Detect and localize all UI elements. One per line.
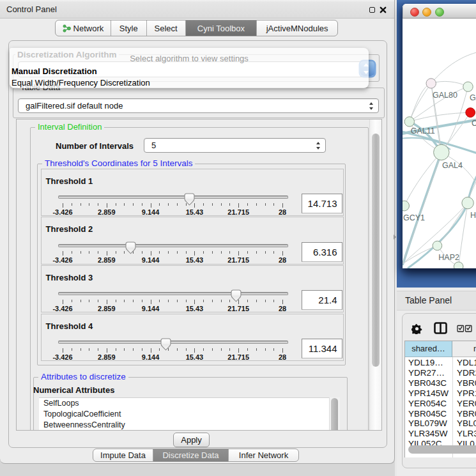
svg-text:GAL80: GAL80 <box>433 91 457 100</box>
svg-text:CDC2: CDC2 <box>472 119 476 128</box>
svg-text:GAL11: GAL11 <box>411 127 435 135</box>
svg-text:GAL3: GAL3 <box>470 93 476 102</box>
svg-text:HAP2: HAP2 <box>438 253 459 262</box>
svg-text:HIS4: HIS4 <box>470 211 476 220</box>
svg-text:GAL4: GAL4 <box>442 161 463 170</box>
svg-text:GCY1: GCY1 <box>403 213 425 222</box>
